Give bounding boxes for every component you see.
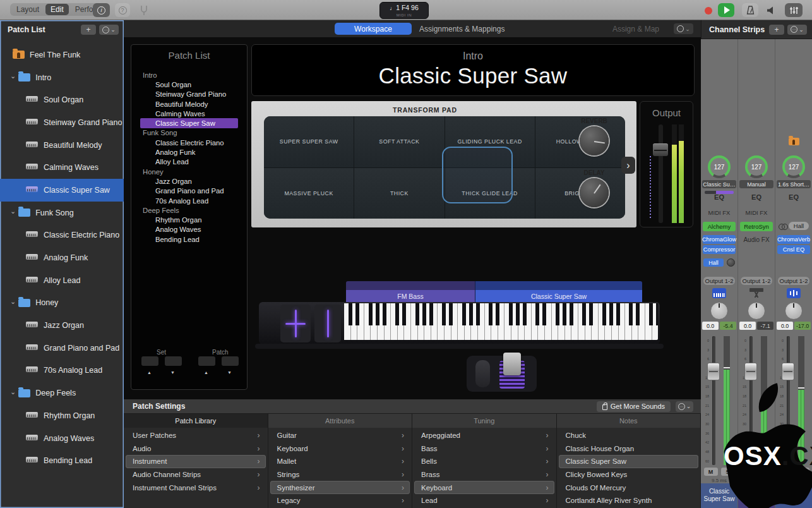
pan-knob[interactable] [738, 302, 775, 320]
sidebar-item-patch[interactable]: Rhythm Organ [0, 404, 124, 427]
browser-row-selected[interactable]: Synthesizer› [270, 481, 410, 494]
patch-row[interactable]: Beautiful Melody [131, 99, 247, 109]
patch-row[interactable]: Soul Organ [131, 80, 247, 89]
patch-row[interactable]: Classic Electric Piano [131, 138, 247, 147]
patch-group[interactable]: Deep Feels [131, 205, 247, 215]
browser-row[interactable]: Guitar› [270, 429, 410, 442]
browser-row[interactable]: Instrument Channel Strips› [126, 481, 266, 494]
volume-value[interactable]: 0.0 [702, 322, 719, 330]
browser-row[interactable]: Bass› [414, 442, 554, 456]
tab-workspace[interactable]: Workspace [335, 23, 412, 35]
patch-group[interactable]: Intro [131, 70, 247, 80]
output-slot[interactable]: Output 1-2 [703, 276, 736, 286]
browser-row-selected[interactable]: Keyboard› [414, 481, 554, 494]
sidebar-item-patch[interactable]: Analog Waves [0, 427, 124, 450]
help-button[interactable]: ? [115, 3, 130, 17]
mute-button[interactable]: M [704, 468, 718, 476]
control-slider[interactable] [314, 305, 341, 342]
browser-row[interactable]: Strings› [270, 468, 410, 481]
volume-value[interactable]: 0.0 [777, 322, 793, 330]
set-down-button[interactable] [141, 356, 158, 366]
patch-row[interactable]: Rhythm Organ [131, 215, 247, 224]
sidebar-item-set[interactable]: ⌄Deep Feels [0, 382, 124, 404]
audio-fx-slot-chromaverb[interactable]: ChromaVerb [777, 235, 810, 244]
tab-attributes[interactable]: Attributes [268, 414, 413, 428]
patch-row[interactable]: Bending Lead [131, 234, 247, 244]
pan-knob[interactable] [701, 302, 737, 320]
controller-label[interactable]: Classic Su… [702, 180, 736, 188]
patch-row[interactable]: 70s Analog Lead [131, 196, 247, 205]
sidebar-item-patch[interactable]: Alloy Lead [0, 269, 124, 292]
expression-pedal[interactable] [503, 353, 521, 375]
tab-tuning[interactable]: Tuning [412, 414, 557, 428]
record-button[interactable] [705, 7, 712, 15]
patch-row-selected[interactable]: Classic Super Saw [140, 118, 238, 128]
patch-down-button[interactable] [198, 356, 215, 366]
play-button[interactable] [718, 3, 734, 17]
browser-row-selected[interactable]: Classic Super Saw [559, 455, 699, 468]
sidebar-item-patch[interactable]: Analog Funk [0, 246, 124, 269]
browser-row[interactable]: Audio› [126, 442, 266, 456]
browser-row[interactable]: Cortlandt Alley River Synth [559, 494, 699, 507]
audio-fx-slot-compressor[interactable]: Compressor [703, 245, 736, 254]
browser-row[interactable]: Bells› [414, 455, 554, 468]
metronome-button[interactable] [742, 3, 758, 17]
browser-row[interactable]: Keyboard› [270, 442, 410, 456]
patch-row[interactable]: Steinway Grand Piano [131, 90, 247, 99]
channel-strips-toggle-button[interactable] [785, 3, 803, 17]
patch-row[interactable]: Grand Piano and Pad [131, 186, 247, 196]
sidebar-item-patch[interactable]: Calming Waves [0, 156, 124, 179]
master-mute-button[interactable] [763, 3, 779, 17]
add-patch-button[interactable]: + [81, 25, 96, 35]
get-more-sounds-button[interactable]: Get More Sounds [597, 401, 671, 412]
midi-fx-slot[interactable]: MIDI FX [701, 209, 737, 216]
eq-slot[interactable]: EQ [738, 193, 775, 201]
info-button[interactable]: i [93, 3, 110, 17]
chevron-down-icon[interactable]: ⌄ [10, 72, 16, 80]
browser-row[interactable]: Clicky Bowed Keys [559, 468, 699, 481]
audio-fx-slot-empty[interactable]: Audio FX [738, 236, 775, 243]
patch-row[interactable]: Analog Waves [131, 225, 247, 234]
mode-layout[interactable]: Layout [11, 4, 44, 15]
patch-up-button[interactable] [222, 356, 239, 366]
sidebar-item-patch[interactable]: Beautiful Melody [0, 134, 124, 157]
audio-fx-slot-cnsl-eq[interactable]: Cnsl EQ [777, 245, 810, 254]
sidebar-item-set[interactable]: ⌄Funk Song [0, 202, 124, 224]
output-fader-track[interactable] [659, 124, 663, 223]
browser-row[interactable]: Mallet› [270, 455, 410, 468]
sidebar-item-set[interactable]: ⌄Honey [0, 292, 124, 315]
channel-strips-action-menu[interactable]: ⋯ ⌄ [787, 25, 807, 35]
midi-level-knob[interactable]: 127 [775, 155, 812, 178]
pad-thick[interactable]: THICK [354, 168, 444, 219]
pitch-mod-wheels[interactable] [280, 305, 311, 342]
output-slot[interactable]: Output 1-2 [740, 276, 773, 286]
volume-value[interactable]: 0.0 [739, 322, 756, 330]
sidebar-item-set[interactable]: ⌄Intro [0, 66, 124, 89]
pad-massive-pluck[interactable]: MASSIVE PLUCK [264, 168, 354, 219]
chevron-down-icon[interactable]: ⌄ [10, 207, 16, 215]
sidebar-item-patch[interactable]: Bending Lead [0, 449, 124, 472]
browser-row[interactable]: User Patches› [126, 429, 266, 442]
browser-row[interactable]: Audio Channel Strips› [126, 468, 266, 481]
eq-slot[interactable]: EQ [701, 193, 737, 201]
send-level-knob[interactable] [727, 258, 735, 267]
eq-slot[interactable]: EQ [775, 193, 812, 201]
sidebar-item-patch-selected[interactable]: Classic Super Saw [0, 179, 124, 202]
browser-row[interactable]: Clouds Of Mercury [559, 481, 699, 494]
browser-row[interactable]: Classic House Organ [559, 442, 699, 456]
patch-list-action-menu[interactable]: ⋯ ⌄ [99, 25, 119, 35]
browser-row[interactable]: Legacy› [270, 494, 410, 507]
midi-level-knob[interactable]: 127 [701, 155, 737, 178]
instrument-slot-retrosyn[interactable]: RetroSyn [740, 222, 773, 231]
midi-fx-slot[interactable]: MIDI FX [738, 209, 775, 216]
patch-group[interactable]: Funk Song [131, 128, 247, 138]
chevron-down-icon[interactable]: ⌄ [10, 388, 16, 396]
patch-row[interactable]: Calming Waves [131, 109, 247, 118]
tab-assignments-mappings[interactable]: Assignments & Mappings [419, 25, 505, 33]
chevron-down-icon[interactable]: ⌄ [10, 298, 16, 306]
sidebar-item-concert[interactable]: Feel The Funk [0, 44, 124, 66]
midi-level-knob[interactable]: 127 [738, 155, 775, 178]
pad-super-super-saw[interactable]: SUPER SUPER SAW [264, 116, 354, 167]
instrument-slot-alchemy[interactable]: Alchemy [703, 222, 736, 231]
mode-edit[interactable]: Edit [45, 4, 69, 15]
